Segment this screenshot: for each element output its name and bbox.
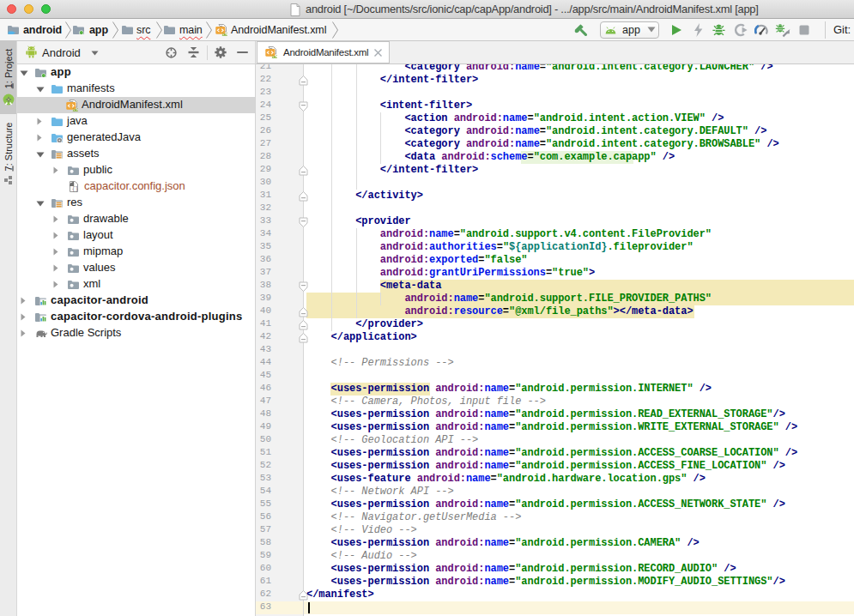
svg-text:{}: {} — [72, 186, 79, 192]
